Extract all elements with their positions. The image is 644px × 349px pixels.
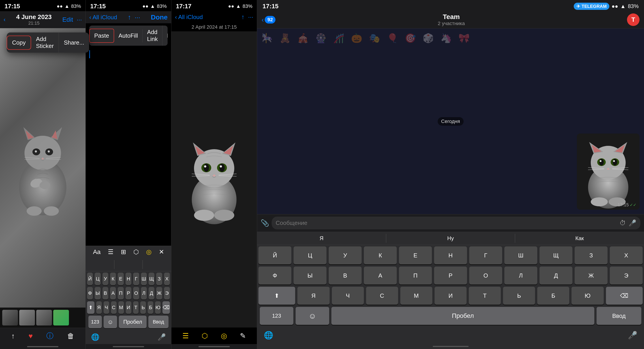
camera-tool-icon[interactable]: ⬡ (133, 248, 139, 256)
key-ф[interactable]: Ф (87, 287, 93, 299)
tg-key-я[interactable]: Я (298, 287, 330, 305)
key-у[interactable]: У (102, 273, 108, 285)
close-keyboard-icon[interactable]: ✕ (159, 248, 164, 256)
tg-key-о[interactable]: О (469, 267, 502, 284)
tg-key-д[interactable]: Д (540, 267, 572, 284)
key-э[interactable]: Э (164, 287, 170, 299)
tg-key-й[interactable]: Й (258, 246, 291, 264)
key-в[interactable]: В (102, 287, 108, 299)
thumbnail-3[interactable] (36, 310, 52, 325)
tg-key-ь[interactable]: Ь (503, 287, 535, 305)
viewer-upload-icon[interactable]: ↑ (242, 14, 244, 21)
delete-icon[interactable]: 🗑 (67, 332, 74, 340)
viewer-camera-icon[interactable]: ⬡ (202, 331, 208, 340)
autofill-button[interactable]: AutoFill (114, 29, 143, 42)
tg-mic-input-icon[interactable]: 🎤 (628, 219, 636, 227)
tg-key-ш[interactable]: Ш (504, 246, 537, 264)
key-я[interactable]: Я (96, 301, 102, 314)
heart-icon[interactable]: ♥ (28, 332, 33, 340)
tg-time-icon[interactable]: ⏱ (620, 219, 626, 227)
tg-numbers-key[interactable]: 123 (260, 307, 293, 325)
share-button[interactable]: Share... (59, 36, 89, 49)
tg-message-input[interactable]: Сообщение ⏱ 🎤 (272, 217, 640, 229)
key-ы[interactable]: Ы (95, 287, 100, 299)
mic-icon[interactable]: 🎤 (158, 333, 166, 341)
tg-key-с[interactable]: С (366, 287, 398, 305)
key-д[interactable]: Д (148, 287, 154, 299)
share-icon[interactable]: ↑ (11, 332, 15, 340)
tg-backspace-key[interactable]: ⌫ (606, 287, 643, 305)
tg-key-щ[interactable]: Щ (540, 246, 572, 264)
info-icon[interactable]: ⓘ (46, 331, 54, 341)
tg-back-button[interactable]: ‹ (262, 16, 264, 24)
tg-key-и[interactable]: И (434, 287, 466, 305)
key-щ[interactable]: Щ (148, 273, 154, 285)
tg-key-г[interactable]: Г (469, 246, 502, 264)
font-size-icon[interactable]: Aa (93, 248, 100, 256)
key-о[interactable]: О (133, 287, 139, 299)
list-icon[interactable]: ☰ (108, 248, 114, 256)
table-icon[interactable]: ⊞ (121, 248, 126, 256)
notes-back-button[interactable]: ‹ All iCloud (89, 14, 117, 21)
tg-key-х[interactable]: Х (610, 246, 643, 264)
tg-key-ю[interactable]: Ю (572, 287, 604, 305)
tg-key-к[interactable]: К (364, 246, 397, 264)
key-т[interactable]: Т (133, 301, 139, 314)
thumbnail-2[interactable] (19, 310, 35, 325)
copy-button[interactable]: Copy (7, 36, 31, 50)
tg-key-ч[interactable]: Ч (332, 287, 364, 305)
viewer-list-icon[interactable]: ☰ (182, 331, 189, 340)
photos-back-button[interactable]: ‹ (4, 16, 6, 23)
key-г[interactable]: Г (133, 273, 139, 285)
tg-suggest-1[interactable]: Я (257, 235, 386, 241)
tg-key-е[interactable]: Е (399, 246, 432, 264)
circle-tool-icon[interactable]: ◎ (146, 248, 152, 256)
tg-key-м[interactable]: М (400, 287, 432, 305)
viewer-circle-icon[interactable]: ◎ (221, 331, 227, 340)
viewer-edit-icon[interactable]: ✎ (240, 331, 246, 340)
key-ю[interactable]: Ю (155, 301, 161, 314)
thumbnail-4[interactable] (53, 310, 69, 325)
tg-unread-badge[interactable]: 92 (265, 16, 276, 24)
key-р[interactable]: Р (126, 287, 131, 299)
tg-key-ы[interactable]: Ы (294, 267, 326, 284)
key-н[interactable]: Н (126, 273, 131, 285)
key-м[interactable]: М (118, 301, 124, 314)
tg-avatar[interactable]: T (627, 14, 640, 26)
key-с[interactable]: С (111, 301, 116, 314)
viewer-more-icon[interactable]: ··· (248, 14, 253, 21)
thumbnail-1[interactable] (2, 310, 18, 325)
tg-emoji-key[interactable]: ☺ (296, 307, 329, 325)
key-б[interactable]: Б (148, 301, 153, 314)
tg-attachment-icon[interactable]: 📎 (261, 219, 269, 227)
enter-key[interactable]: Ввод (148, 316, 168, 328)
tg-key-ж[interactable]: Ж (575, 267, 608, 284)
key-л[interactable]: Л (141, 287, 147, 299)
backspace-key[interactable]: ⌫ (162, 301, 170, 314)
photos-more-button[interactable]: ··· (77, 16, 82, 23)
tg-suggest-2[interactable]: Ну (386, 235, 515, 241)
key-и[interactable]: И (126, 301, 131, 314)
tg-key-э[interactable]: Э (610, 267, 643, 284)
viewer-back-button[interactable]: ‹ All iCloud (175, 14, 203, 21)
tg-suggest-3[interactable]: Как (515, 235, 644, 241)
notes-content-area[interactable] (86, 61, 171, 246)
paste-button[interactable]: Paste (89, 29, 114, 43)
tg-mic-kb-icon[interactable]: 🎤 (628, 331, 637, 339)
tg-key-у[interactable]: У (329, 246, 362, 264)
key-ж[interactable]: Ж (156, 287, 162, 299)
tg-key-п[interactable]: П (399, 267, 432, 284)
tg-key-т[interactable]: Т (469, 287, 501, 305)
add-sticker-button[interactable]: Add Sticker (31, 33, 59, 53)
tg-shift-key[interactable]: ⬆ (258, 287, 295, 305)
tg-space-key[interactable]: Пробел (332, 307, 594, 325)
notes-done-button[interactable]: Done (151, 14, 168, 21)
tg-globe-icon[interactable]: 🌐 (264, 331, 273, 339)
emoji-key[interactable]: ☺ (104, 316, 117, 328)
key-п[interactable]: П (118, 287, 124, 299)
globe-icon[interactable]: 🌐 (91, 333, 99, 341)
notes-more-icon[interactable]: ··· (135, 14, 140, 21)
tg-key-ф[interactable]: Ф (258, 267, 291, 284)
notes-share-icon[interactable]: ↑ (128, 14, 131, 21)
key-х[interactable]: Х (164, 273, 170, 285)
